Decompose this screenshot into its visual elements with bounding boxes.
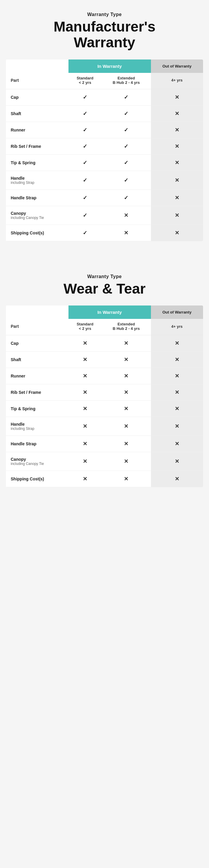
part-subtext: including Strap: [11, 181, 66, 185]
check-icon: ✓: [124, 195, 128, 201]
table-row: Rib Set / Frame ✓ ✓ ✕: [6, 138, 203, 154]
check-icon: ✓: [83, 144, 87, 149]
extended-cell: ✓: [101, 154, 151, 171]
cross-icon: ✕: [175, 177, 179, 183]
cross-icon: ✕: [175, 94, 179, 100]
cross-icon: ✕: [124, 212, 128, 218]
standard-cell: ✓: [68, 138, 102, 154]
standard-cell: ✕: [68, 401, 102, 417]
out-of-warranty-cell: ✕: [151, 452, 203, 471]
table-row: Shipping Cost(s) ✕ ✕ ✕: [6, 471, 203, 487]
standard-cell: ✕: [68, 368, 102, 384]
part-name: Shipping Cost(s): [6, 225, 68, 241]
out-of-warranty-cell: ✕: [151, 89, 203, 105]
table-row: Runner ✕ ✕ ✕: [6, 368, 203, 384]
part-name: Rib Set / Frame: [6, 384, 68, 401]
extended-cell: ✕: [101, 335, 151, 351]
part-name: Handle Strap: [6, 436, 68, 452]
standard-cell: ✓: [68, 171, 102, 189]
extended-cell: ✕: [101, 368, 151, 384]
cross-icon: ✕: [124, 373, 128, 379]
part-name: Handle including Strap: [6, 417, 68, 436]
check-icon: ✓: [83, 195, 87, 201]
extended-subheader: ExtendedB Hub 2 - 4 yrs: [101, 319, 151, 335]
standard-cell: ✓: [68, 154, 102, 171]
standard-cell: ✓: [68, 206, 102, 225]
part-name: Canopy including Canopy Tie: [6, 452, 68, 471]
check-icon: ✓: [83, 127, 87, 133]
cross-icon: ✕: [83, 476, 87, 482]
extended-cell: ✕: [101, 225, 151, 241]
standard-cell: ✓: [68, 105, 102, 122]
table-row: Runner ✓ ✓ ✕: [6, 122, 203, 138]
table-row: Handle including Strap ✕ ✕ ✕: [6, 417, 203, 436]
out-of-warranty-cell: ✕: [151, 138, 203, 154]
part-name: Cap: [6, 89, 68, 105]
standard-cell: ✓: [68, 189, 102, 206]
out-of-warranty-cell: ✕: [151, 335, 203, 351]
out-of-warranty-cell: ✕: [151, 417, 203, 436]
part-name: Runner: [6, 122, 68, 138]
standard-cell: ✕: [68, 417, 102, 436]
part-name: Shaft: [6, 351, 68, 368]
part-name: Tip & Spring: [6, 154, 68, 171]
cross-icon: ✕: [175, 373, 179, 379]
out-of-warranty-cell: ✕: [151, 206, 203, 225]
extended-cell: ✕: [101, 417, 151, 436]
cross-icon: ✕: [175, 390, 179, 395]
out-of-warranty-cell: ✕: [151, 401, 203, 417]
cross-icon: ✕: [124, 423, 128, 429]
out-of-warranty-cell: ✕: [151, 154, 203, 171]
cross-icon: ✕: [124, 230, 128, 236]
cross-icon: ✕: [83, 340, 87, 346]
cross-icon: ✕: [175, 127, 179, 133]
table-row: Rib Set / Frame ✕ ✕ ✕: [6, 384, 203, 401]
table-row: Canopy including Canopy Tie ✕ ✕ ✕: [6, 452, 203, 471]
cross-icon: ✕: [83, 458, 87, 464]
extended-cell: ✕: [101, 384, 151, 401]
cross-icon: ✕: [175, 230, 179, 236]
extended-cell: ✓: [101, 189, 151, 206]
cross-icon: ✕: [175, 356, 179, 363]
cross-icon: ✕: [124, 441, 128, 447]
cross-icon: ✕: [83, 356, 87, 363]
table-body: Cap ✕ ✕ ✕ Shaft ✕: [6, 335, 203, 487]
part-subtext: including Strap: [11, 427, 66, 431]
subheader-row: Part Standard< 2 yrs ExtendedB Hub 2 - 4…: [6, 73, 203, 89]
out-yrs-subheader: 4+ yrs: [151, 73, 203, 89]
out-yrs-subheader: 4+ yrs: [151, 319, 203, 335]
extended-cell: ✕: [101, 471, 151, 487]
standard-cell: ✕: [68, 436, 102, 452]
standard-cell: ✓: [68, 225, 102, 241]
cross-icon: ✕: [83, 423, 87, 429]
standard-cell: ✕: [68, 471, 102, 487]
standard-cell: ✕: [68, 351, 102, 368]
out-of-warranty-header: Out of Warranty: [151, 60, 203, 73]
out-of-warranty-cell: ✕: [151, 105, 203, 122]
table-row: Cap ✓ ✓ ✕: [6, 89, 203, 105]
part-name: Cap: [6, 335, 68, 351]
out-of-warranty-cell: ✕: [151, 171, 203, 189]
section-header: Warranty Type Manufacturer'sWarranty: [6, 12, 203, 51]
in-warranty-header: In Warranty: [68, 306, 151, 319]
warranty-type-label: Warranty Type: [6, 274, 203, 279]
table-row: Shaft ✕ ✕ ✕: [6, 351, 203, 368]
section-divider: [0, 250, 209, 262]
extended-cell: ✕: [101, 206, 151, 225]
extended-cell: ✓: [101, 89, 151, 105]
check-icon: ✓: [83, 230, 87, 236]
check-icon: ✓: [124, 144, 128, 149]
warranty-table: In Warranty Out of Warranty Part Standar…: [6, 60, 203, 241]
part-subtext: including Canopy Tie: [11, 462, 66, 466]
warranty-type-title: Manufacturer'sWarranty: [6, 19, 203, 51]
extended-cell: ✕: [101, 452, 151, 471]
cross-icon: ✕: [124, 458, 128, 464]
cross-icon: ✕: [83, 373, 87, 379]
cross-icon: ✕: [175, 160, 179, 166]
check-icon: ✓: [83, 177, 87, 183]
cross-icon: ✕: [175, 111, 179, 117]
cross-icon: ✕: [175, 340, 179, 346]
part-name: Handle including Strap: [6, 171, 68, 189]
extended-cell: ✕: [101, 436, 151, 452]
check-icon: ✓: [124, 177, 128, 183]
